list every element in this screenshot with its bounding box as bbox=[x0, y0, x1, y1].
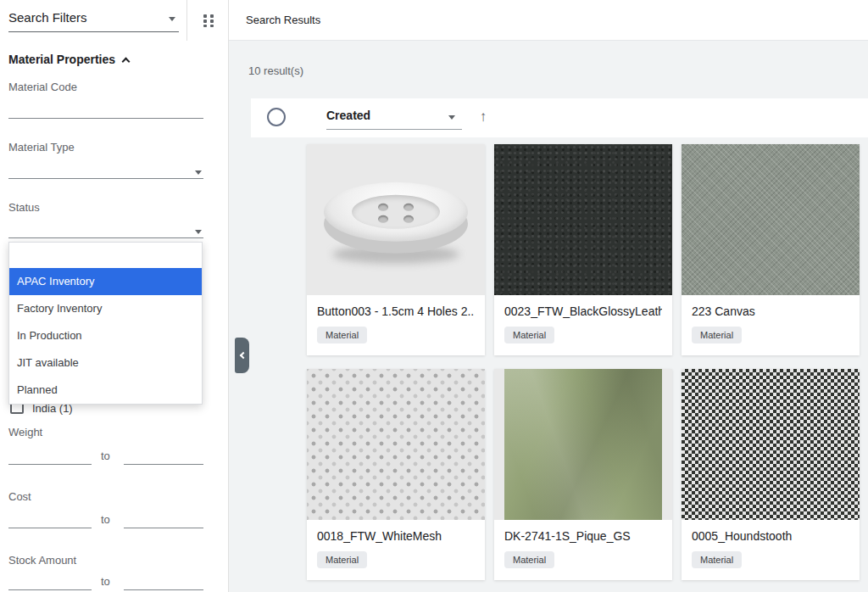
stock-amount-label: Stock Amount bbox=[8, 554, 76, 567]
material-thumbnail bbox=[307, 144, 485, 295]
view-toggle-button[interactable] bbox=[194, 6, 223, 35]
results-toolbar: Created ↑ bbox=[251, 98, 868, 137]
status-option-planned[interactable]: Planned bbox=[9, 377, 202, 404]
status-option-jit-available[interactable]: JIT available bbox=[9, 349, 202, 377]
material-thumbnail bbox=[494, 144, 672, 295]
material-properties-section-header[interactable]: Material Properties bbox=[8, 53, 129, 66]
chevron-down-icon bbox=[195, 170, 202, 175]
arrow-up-icon: ↑ bbox=[480, 109, 487, 125]
status-select[interactable] bbox=[8, 218, 203, 238]
material-card[interactable]: 0023_FTW_BlackGlossyLeather Material bbox=[494, 144, 672, 355]
material-title: 0005_Houndstooth bbox=[692, 529, 849, 543]
results-grid: Button003 - 1.5cm 4 Holes 2... Material … bbox=[307, 144, 860, 580]
material-title: 223 Canvas bbox=[692, 304, 849, 318]
stock-min-input[interactable] bbox=[8, 573, 92, 590]
sort-field-select[interactable]: Created bbox=[326, 104, 462, 130]
material-card[interactable]: 0005_Houndstooth Material bbox=[682, 369, 860, 580]
cost-max-input[interactable] bbox=[124, 511, 203, 528]
status-option-empty[interactable] bbox=[9, 243, 202, 268]
chevron-up-icon bbox=[122, 58, 131, 66]
status-option-apac-inventory[interactable]: APAC Inventory bbox=[9, 268, 202, 295]
card-body: 0023_FTW_BlackGlossyLeather Material bbox=[494, 295, 672, 355]
material-thumbnail bbox=[682, 369, 860, 520]
material-type-badge: Material bbox=[317, 551, 367, 568]
cost-label: Cost bbox=[8, 490, 31, 503]
card-body: 0018_FTW_WhiteMesh Material bbox=[307, 520, 485, 580]
material-thumbnail bbox=[494, 369, 672, 520]
material-title: 0023_FTW_BlackGlossyLeather bbox=[504, 304, 662, 318]
page-title: Search Results bbox=[246, 14, 320, 26]
main-header: Search Results bbox=[229, 0, 868, 41]
material-type-select[interactable] bbox=[8, 159, 203, 179]
results-count: 10 result(s) bbox=[248, 64, 303, 77]
material-type-badge: Material bbox=[692, 327, 742, 343]
app-window: Search Filters Material Properties Mater… bbox=[0, 0, 868, 592]
sort-field-label: Created bbox=[326, 109, 370, 122]
card-body: Button003 - 1.5cm 4 Holes 2... Material bbox=[307, 295, 485, 355]
material-card[interactable]: 223 Canvas Material bbox=[682, 144, 860, 355]
material-type-label: Material Type bbox=[8, 141, 75, 154]
material-type-badge: Material bbox=[504, 551, 554, 568]
material-card[interactable]: Button003 - 1.5cm 4 Holes 2... Material bbox=[307, 144, 485, 355]
weight-min-input[interactable] bbox=[8, 448, 92, 465]
sort-direction-button[interactable]: ↑ bbox=[471, 105, 495, 129]
range-to-label: to bbox=[101, 575, 110, 588]
material-thumbnail bbox=[682, 144, 860, 295]
material-type-badge: Material bbox=[317, 327, 367, 343]
main-content: Search Results 10 result(s) Created ↑ bbox=[229, 0, 868, 592]
card-body: 0005_Houndstooth Material bbox=[682, 520, 860, 580]
status-dropdown-list: APAC Inventory Factory Inventory In Prod… bbox=[8, 242, 203, 405]
material-card[interactable]: 0018_FTW_WhiteMesh Material bbox=[307, 369, 485, 580]
button-3d-render bbox=[324, 182, 468, 264]
search-filters-label: Search Filters bbox=[8, 10, 87, 25]
select-all-radio[interactable] bbox=[267, 108, 286, 126]
material-code-label: Material Code bbox=[8, 81, 77, 93]
top-divider bbox=[186, 0, 187, 41]
weight-max-input[interactable] bbox=[124, 448, 203, 465]
material-properties-label: Material Properties bbox=[8, 53, 115, 66]
status-option-factory-inventory[interactable]: Factory Inventory bbox=[9, 295, 202, 322]
material-code-input[interactable] bbox=[8, 98, 203, 119]
grid-icon bbox=[201, 13, 216, 28]
material-title: Button003 - 1.5cm 4 Holes 2... bbox=[317, 304, 475, 318]
weight-label: Weight bbox=[8, 426, 42, 438]
card-body: 223 Canvas Material bbox=[682, 295, 860, 355]
collapse-sidebar-handle[interactable] bbox=[235, 338, 249, 373]
material-thumbnail bbox=[307, 369, 485, 520]
material-type-badge: Material bbox=[504, 327, 554, 343]
chevron-down-icon bbox=[448, 115, 455, 120]
chevron-left-icon bbox=[240, 352, 247, 359]
search-filters-select[interactable]: Search Filters bbox=[8, 7, 179, 32]
cost-min-input[interactable] bbox=[8, 511, 92, 528]
chevron-down-icon bbox=[169, 17, 175, 21]
status-label: Status bbox=[8, 201, 40, 214]
status-option-in-production[interactable]: In Production bbox=[9, 322, 202, 349]
results-area: 10 result(s) Created ↑ bbox=[229, 41, 868, 592]
card-body: DK-2741-1S_Pique_GS Material bbox=[494, 520, 672, 580]
range-to-label: to bbox=[101, 450, 110, 462]
material-type-badge: Material bbox=[692, 551, 742, 568]
material-title: 0018_FTW_WhiteMesh bbox=[317, 529, 475, 543]
range-to-label: to bbox=[101, 513, 110, 526]
stock-max-input[interactable] bbox=[124, 573, 203, 590]
material-title: DK-2741-1S_Pique_GS bbox=[504, 529, 662, 543]
material-card[interactable]: DK-2741-1S_Pique_GS Material bbox=[494, 369, 672, 580]
chevron-down-icon bbox=[195, 230, 202, 234]
